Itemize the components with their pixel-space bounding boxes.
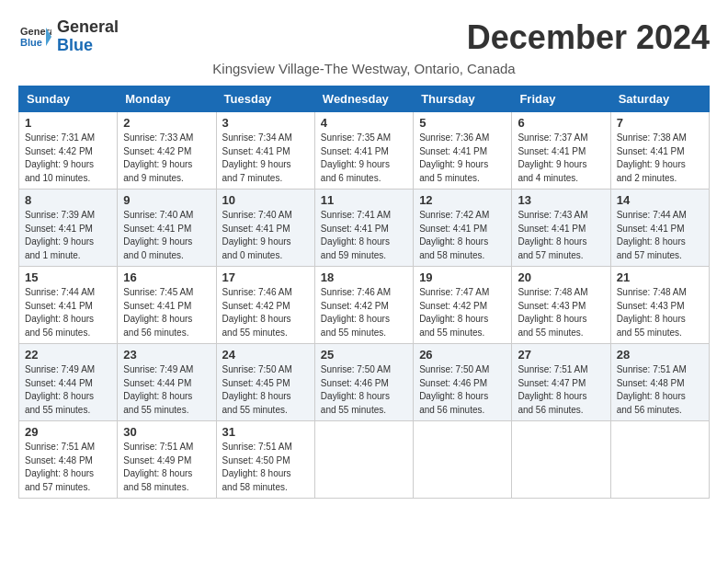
cell-details: Sunrise: 7:50 AM Sunset: 4:45 PM Dayligh… (222, 363, 309, 417)
calendar-cell (314, 421, 413, 499)
cell-details: Sunrise: 7:36 AM Sunset: 4:41 PM Dayligh… (419, 132, 506, 185)
cell-details: Sunrise: 7:46 AM Sunset: 4:42 PM Dayligh… (321, 286, 407, 339)
day-number: 19 (419, 270, 506, 284)
day-number: 4 (321, 116, 407, 130)
calendar-week-row: 15 Sunrise: 7:44 AM Sunset: 4:41 PM Dayl… (19, 267, 710, 344)
day-number: 15 (25, 270, 111, 284)
col-wednesday: Wednesday (314, 86, 413, 112)
calendar-cell: 23 Sunrise: 7:49 AM Sunset: 4:44 PM Dayl… (118, 344, 216, 421)
cell-details: Sunrise: 7:39 AM Sunset: 4:41 PM Dayligh… (25, 209, 111, 262)
calendar-cell: 26 Sunrise: 7:50 AM Sunset: 4:46 PM Dayl… (414, 344, 512, 421)
calendar-cell: 2 Sunrise: 7:33 AM Sunset: 4:42 PM Dayli… (118, 112, 216, 190)
header: General Blue General Blue December 2024 (18, 18, 710, 57)
col-saturday: Saturday (610, 86, 709, 112)
calendar-cell: 16 Sunrise: 7:45 AM Sunset: 4:41 PM Dayl… (118, 267, 216, 344)
col-monday: Monday (118, 86, 216, 112)
calendar-cell: 14 Sunrise: 7:44 AM Sunset: 4:41 PM Dayl… (610, 190, 709, 267)
cell-details: Sunrise: 7:49 AM Sunset: 4:44 PM Dayligh… (25, 363, 111, 417)
cell-details: Sunrise: 7:42 AM Sunset: 4:41 PM Dayligh… (419, 209, 506, 262)
day-number: 12 (419, 193, 506, 207)
calendar-cell: 11 Sunrise: 7:41 AM Sunset: 4:41 PM Dayl… (314, 190, 413, 267)
cell-details: Sunrise: 7:31 AM Sunset: 4:42 PM Dayligh… (25, 132, 111, 185)
cell-details: Sunrise: 7:40 AM Sunset: 4:41 PM Dayligh… (222, 209, 309, 262)
calendar-cell: 4 Sunrise: 7:35 AM Sunset: 4:41 PM Dayli… (314, 112, 413, 190)
calendar-cell: 1 Sunrise: 7:31 AM Sunset: 4:42 PM Dayli… (19, 112, 118, 190)
calendar-cell: 12 Sunrise: 7:42 AM Sunset: 4:41 PM Dayl… (414, 190, 512, 267)
calendar-cell: 29 Sunrise: 7:51 AM Sunset: 4:48 PM Dayl… (19, 421, 118, 499)
day-number: 30 (123, 425, 210, 439)
cell-details: Sunrise: 7:37 AM Sunset: 4:41 PM Dayligh… (518, 132, 604, 185)
day-number: 26 (419, 348, 506, 362)
day-number: 9 (123, 193, 210, 207)
calendar-cell: 8 Sunrise: 7:39 AM Sunset: 4:41 PM Dayli… (19, 190, 118, 267)
day-number: 18 (321, 270, 407, 284)
cell-details: Sunrise: 7:51 AM Sunset: 4:48 PM Dayligh… (25, 441, 111, 494)
logo-icon: General Blue (18, 20, 51, 53)
calendar-table: Sunday Monday Tuesday Wednesday Thursday… (18, 86, 710, 499)
day-number: 23 (123, 348, 210, 362)
cell-details: Sunrise: 7:43 AM Sunset: 4:41 PM Dayligh… (518, 209, 604, 262)
cell-details: Sunrise: 7:51 AM Sunset: 4:48 PM Dayligh… (617, 363, 703, 417)
calendar-cell: 22 Sunrise: 7:49 AM Sunset: 4:44 PM Dayl… (19, 344, 118, 421)
cell-details: Sunrise: 7:38 AM Sunset: 4:41 PM Dayligh… (617, 132, 703, 185)
day-number: 25 (321, 348, 407, 362)
day-number: 31 (222, 425, 309, 439)
cell-details: Sunrise: 7:47 AM Sunset: 4:42 PM Dayligh… (419, 286, 506, 339)
cell-details: Sunrise: 7:51 AM Sunset: 4:49 PM Dayligh… (123, 441, 210, 494)
calendar-cell: 18 Sunrise: 7:46 AM Sunset: 4:42 PM Dayl… (314, 267, 413, 344)
calendar-week-row: 29 Sunrise: 7:51 AM Sunset: 4:48 PM Dayl… (19, 421, 710, 499)
day-number: 21 (617, 270, 703, 284)
svg-text:Blue: Blue (20, 37, 42, 48)
calendar-cell: 10 Sunrise: 7:40 AM Sunset: 4:41 PM Dayl… (216, 190, 314, 267)
calendar-cell: 6 Sunrise: 7:37 AM Sunset: 4:41 PM Dayli… (512, 112, 610, 190)
day-number: 22 (25, 348, 111, 362)
day-number: 7 (617, 116, 703, 130)
subtitle: Kingsview Village-The Westway, Ontario, … (18, 61, 710, 76)
month-title: December 2024 (467, 18, 710, 57)
calendar-cell: 9 Sunrise: 7:40 AM Sunset: 4:41 PM Dayli… (118, 190, 216, 267)
calendar-header-row: Sunday Monday Tuesday Wednesday Thursday… (19, 86, 710, 112)
calendar-cell: 28 Sunrise: 7:51 AM Sunset: 4:48 PM Dayl… (610, 344, 709, 421)
day-number: 28 (617, 348, 703, 362)
cell-details: Sunrise: 7:51 AM Sunset: 4:50 PM Dayligh… (222, 441, 309, 494)
calendar-cell: 24 Sunrise: 7:50 AM Sunset: 4:45 PM Dayl… (216, 344, 314, 421)
calendar-cell: 19 Sunrise: 7:47 AM Sunset: 4:42 PM Dayl… (414, 267, 512, 344)
cell-details: Sunrise: 7:33 AM Sunset: 4:42 PM Dayligh… (123, 132, 210, 185)
col-friday: Friday (512, 86, 610, 112)
calendar-cell: 20 Sunrise: 7:48 AM Sunset: 4:43 PM Dayl… (512, 267, 610, 344)
day-number: 17 (222, 270, 309, 284)
cell-details: Sunrise: 7:48 AM Sunset: 4:43 PM Dayligh… (518, 286, 604, 339)
calendar-cell (610, 421, 709, 499)
day-number: 6 (518, 116, 604, 130)
calendar-week-row: 8 Sunrise: 7:39 AM Sunset: 4:41 PM Dayli… (19, 190, 710, 267)
col-thursday: Thursday (414, 86, 512, 112)
calendar-cell: 31 Sunrise: 7:51 AM Sunset: 4:50 PM Dayl… (216, 421, 314, 499)
calendar-cell (512, 421, 610, 499)
day-number: 5 (419, 116, 506, 130)
day-number: 11 (321, 193, 407, 207)
cell-details: Sunrise: 7:46 AM Sunset: 4:42 PM Dayligh… (222, 286, 309, 339)
day-number: 29 (25, 425, 111, 439)
cell-details: Sunrise: 7:50 AM Sunset: 4:46 PM Dayligh… (321, 363, 407, 417)
col-sunday: Sunday (19, 86, 118, 112)
calendar-cell: 5 Sunrise: 7:36 AM Sunset: 4:41 PM Dayli… (414, 112, 512, 190)
day-number: 27 (518, 348, 604, 362)
calendar-cell: 7 Sunrise: 7:38 AM Sunset: 4:41 PM Dayli… (610, 112, 709, 190)
col-tuesday: Tuesday (216, 86, 314, 112)
calendar-cell: 15 Sunrise: 7:44 AM Sunset: 4:41 PM Dayl… (19, 267, 118, 344)
day-number: 1 (25, 116, 111, 130)
day-number: 2 (123, 116, 210, 130)
cell-details: Sunrise: 7:51 AM Sunset: 4:47 PM Dayligh… (518, 363, 604, 417)
calendar-cell (414, 421, 512, 499)
day-number: 8 (25, 193, 111, 207)
cell-details: Sunrise: 7:40 AM Sunset: 4:41 PM Dayligh… (123, 209, 210, 262)
day-number: 10 (222, 193, 309, 207)
page-container: General Blue General Blue December 2024 … (18, 18, 710, 499)
cell-details: Sunrise: 7:45 AM Sunset: 4:41 PM Dayligh… (123, 286, 210, 339)
calendar-cell: 30 Sunrise: 7:51 AM Sunset: 4:49 PM Dayl… (118, 421, 216, 499)
cell-details: Sunrise: 7:48 AM Sunset: 4:43 PM Dayligh… (617, 286, 703, 339)
calendar-cell: 27 Sunrise: 7:51 AM Sunset: 4:47 PM Dayl… (512, 344, 610, 421)
day-number: 14 (617, 193, 703, 207)
calendar-cell: 25 Sunrise: 7:50 AM Sunset: 4:46 PM Dayl… (314, 344, 413, 421)
day-number: 16 (123, 270, 210, 284)
